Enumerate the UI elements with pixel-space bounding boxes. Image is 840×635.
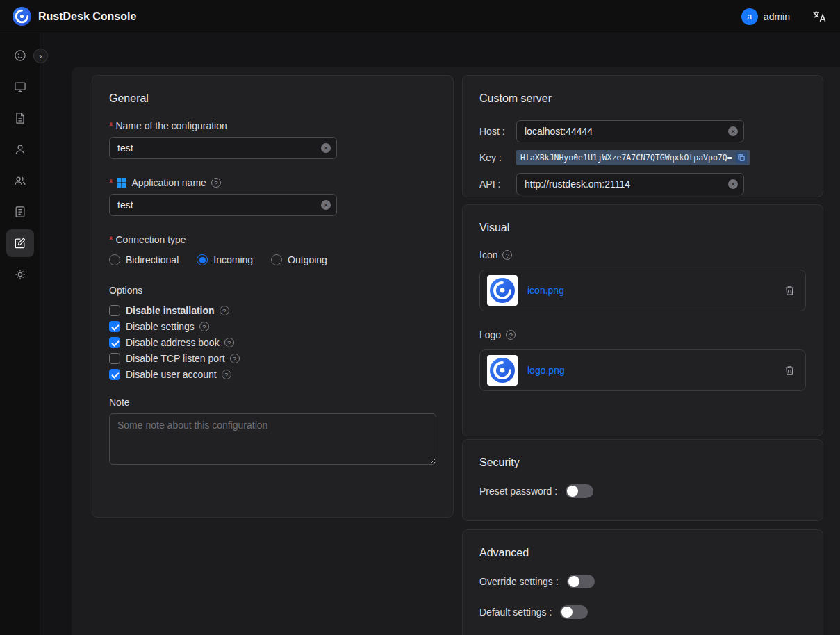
option-disable-user-account: Disable user account ? (109, 369, 436, 380)
preset-password-label: Preset password : (479, 486, 557, 497)
visual-card: Visual Icon ? icon.png Logo ? (462, 204, 823, 436)
general-card-title: General (109, 92, 436, 105)
logo-label: Logo ? (479, 329, 806, 340)
icon-file-thumbnail (487, 275, 518, 306)
key-label: Key : (479, 152, 516, 163)
help-icon[interactable]: ? (224, 338, 234, 347)
checkbox[interactable] (109, 305, 120, 316)
radio-bidirectional[interactable]: Bidirectional (109, 254, 179, 265)
required-marker: * (109, 120, 113, 131)
option-disable-installation: Disable installation ? (109, 305, 436, 316)
groups-icon (13, 174, 27, 188)
option-disable-tcp-listen-port: Disable TCP listen port ? (109, 353, 436, 364)
sidebar-item-devices[interactable] (6, 73, 34, 101)
help-icon[interactable]: ? (220, 306, 229, 315)
preset-password-toggle[interactable] (566, 484, 593, 498)
clear-icon[interactable]: ✕ (321, 143, 331, 153)
checkbox[interactable] (109, 369, 120, 380)
sidebar-item-documents[interactable] (6, 104, 34, 132)
help-icon[interactable]: ? (230, 354, 240, 363)
sidebar-item-audit-log[interactable] (6, 198, 34, 226)
help-icon[interactable]: ? (222, 370, 231, 379)
rustdesk-logo-icon (490, 358, 515, 383)
checkbox[interactable] (109, 337, 120, 348)
sidebar-item-settings[interactable] (6, 261, 34, 288)
default-settings-toggle[interactable] (560, 605, 588, 619)
connection-type-radio-group: Bidirectional Incoming Outgoing (109, 254, 436, 265)
radio-circle[interactable] (197, 254, 208, 265)
radio-incoming[interactable]: Incoming (197, 254, 253, 265)
chevron-right-icon: › (39, 51, 42, 60)
visual-card-title: Visual (479, 222, 806, 234)
logo-file-box: logo.png (479, 349, 806, 391)
connection-type-label: * Connection type (109, 234, 436, 245)
sidebar (0, 33, 40, 635)
custom-server-card-title: Custom server (479, 92, 806, 105)
host-label: Host : (479, 126, 516, 137)
config-name-label: * Name of the configuration (109, 120, 436, 131)
api-row: API : ✕ (479, 173, 806, 195)
sidebar-item-groups[interactable] (6, 167, 34, 195)
radio-circle[interactable] (109, 254, 120, 265)
user-name[interactable]: admin (764, 11, 790, 22)
devices-icon (13, 80, 27, 94)
required-marker: * (109, 234, 113, 245)
icon-file-link[interactable]: icon.png (527, 285, 564, 296)
windows-icon (117, 178, 126, 188)
radio-label: Bidirectional (126, 254, 179, 265)
clear-icon[interactable]: ✕ (321, 200, 331, 210)
language-switch-button[interactable] (811, 8, 827, 25)
help-icon[interactable]: ? (199, 322, 209, 331)
header: RustDesk Console a admin (0, 0, 840, 33)
icon-file-box: icon.png (479, 270, 806, 311)
help-icon[interactable]: ? (506, 330, 516, 340)
host-input[interactable] (516, 120, 744, 142)
checkbox-label: Disable address book (126, 337, 220, 348)
radio-label: Incoming (213, 254, 253, 265)
sidebar-item-custom-clients[interactable] (6, 229, 34, 257)
override-settings-label: Override settings : (479, 576, 559, 587)
delete-icon-file-button[interactable] (784, 285, 796, 297)
logo-file-thumbnail (487, 355, 518, 386)
security-card: Security Preset password : (462, 439, 823, 521)
translate-icon (812, 9, 827, 24)
user-avatar[interactable]: a (741, 8, 758, 25)
clear-icon[interactable]: ✕ (728, 179, 738, 189)
checkbox-label: Disable user account (126, 369, 217, 380)
key-value: HtaXBkJNHyn0e1U1jWXze7A7CN7QTGWqxkOtpaVp… (520, 153, 732, 163)
api-input[interactable] (516, 173, 744, 195)
sidebar-item-status[interactable] (6, 42, 34, 69)
preset-password-row: Preset password : (479, 484, 806, 498)
copy-button[interactable] (736, 152, 747, 163)
host-row: Host : ✕ (479, 120, 806, 142)
logo-file-link[interactable]: logo.png (527, 365, 565, 376)
checkbox-label: Disable TCP listen port (126, 353, 225, 364)
radio-outgoing[interactable]: Outgoing (271, 254, 327, 265)
general-card: General * Name of the configuration ✕ * … (92, 75, 454, 518)
app-title: RustDesk Console (38, 10, 136, 23)
checkbox-label: Disable installation (126, 305, 215, 316)
sidebar-expand-button[interactable]: › (33, 49, 48, 63)
key-row: Key : HtaXBkJNHyn0e1U1jWXze7A7CN7QTGWqxk… (479, 150, 806, 165)
option-disable-address-book: Disable address book ? (109, 337, 436, 348)
help-icon[interactable]: ? (211, 178, 221, 188)
settings-icon (13, 267, 27, 281)
custom-server-card: Custom server Host : ✕ Key : HtaXBkJNHyn… (462, 75, 823, 197)
checkbox[interactable] (109, 353, 120, 364)
radio-circle[interactable] (271, 254, 282, 265)
documents-icon (13, 111, 27, 125)
override-settings-row: Override settings : (479, 575, 806, 588)
app-name-input[interactable] (109, 194, 337, 216)
users-icon (13, 142, 27, 156)
help-icon[interactable]: ? (502, 250, 512, 260)
note-textarea[interactable] (109, 413, 436, 465)
api-label: API : (479, 179, 516, 190)
config-name-input[interactable] (109, 137, 337, 159)
config-name-field-wrap: ✕ (109, 137, 337, 159)
checkbox[interactable] (109, 321, 120, 332)
override-settings-toggle[interactable] (567, 575, 595, 588)
sidebar-item-users[interactable] (6, 135, 34, 163)
option-disable-settings: Disable settings ? (109, 321, 436, 332)
delete-logo-file-button[interactable] (784, 365, 796, 377)
clear-icon[interactable]: ✕ (728, 126, 738, 136)
